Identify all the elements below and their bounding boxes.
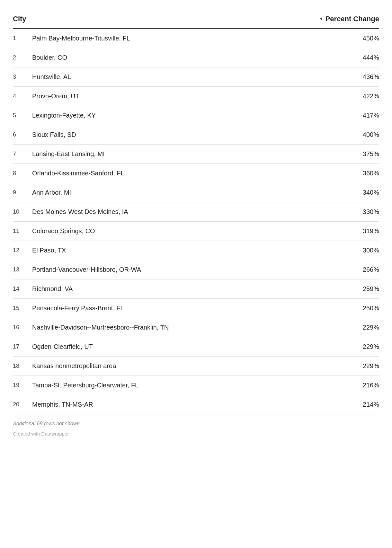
- table-header: City ▼ Percent Change: [13, 10, 379, 29]
- sort-arrow-icon: ▼: [319, 16, 324, 22]
- row-percent: 266%: [363, 266, 379, 273]
- table-row: 13Portland-Vancouver-Hillsboro, OR-WA266…: [13, 260, 379, 279]
- table-row: 19Tampa-St. Petersburg-Clearwater, FL216…: [13, 376, 379, 395]
- row-left: 3Huntsville, AL: [13, 73, 71, 81]
- table-row: 12El Paso, TX300%: [13, 241, 379, 260]
- footer-credit: Created with Datawrapper: [13, 431, 379, 437]
- row-rank: 15: [13, 305, 22, 312]
- row-rank: 18: [13, 363, 22, 369]
- row-left: 4Provo-Orem, UT: [13, 93, 79, 100]
- table-row: 4Provo-Orem, UT422%: [13, 87, 379, 106]
- row-rank: 19: [13, 382, 22, 389]
- row-city: Kansas nonmetropolitan area: [32, 362, 116, 370]
- row-left: 18Kansas nonmetropolitan area: [13, 362, 116, 370]
- row-percent: 360%: [363, 170, 379, 177]
- row-left: 6Sioux Falls, SD: [13, 131, 76, 138]
- row-percent: 436%: [363, 73, 379, 81]
- row-rank: 9: [13, 189, 22, 196]
- table-row: 14Richmond, VA259%: [13, 279, 379, 299]
- row-left: 13Portland-Vancouver-Hillsboro, OR-WA: [13, 266, 141, 273]
- row-rank: 5: [13, 112, 22, 119]
- table-row: 2Boulder, CO444%: [13, 48, 379, 67]
- table-row: 16Nashville-Davidson--Murfreesboro--Fran…: [13, 318, 379, 337]
- row-rank: 3: [13, 74, 22, 80]
- row-rank: 1: [13, 35, 22, 42]
- row-city: Richmond, VA: [32, 285, 73, 293]
- row-rank: 16: [13, 324, 22, 331]
- table-row: 3Huntsville, AL436%: [13, 67, 379, 87]
- city-column-header[interactable]: City: [13, 15, 26, 23]
- table-row: 7Lansing-East Lansing, MI375%: [13, 145, 379, 164]
- row-rank: 11: [13, 228, 22, 234]
- row-percent: 216%: [363, 382, 379, 389]
- row-city: Lexington-Fayette, KY: [32, 112, 96, 119]
- table-row: 6Sioux Falls, SD400%: [13, 125, 379, 145]
- row-percent: 250%: [363, 305, 379, 312]
- row-left: 9Ann Arbor, MI: [13, 189, 71, 196]
- row-rank: 4: [13, 93, 22, 100]
- table-row: 5Lexington-Fayette, KY417%: [13, 106, 379, 125]
- table-row: 11Colorado Springs, CO319%: [13, 222, 379, 241]
- row-percent: 229%: [363, 362, 379, 370]
- row-left: 12El Paso, TX: [13, 247, 66, 254]
- table-row: 15Pensacola-Ferry Pass-Brent, FL250%: [13, 299, 379, 318]
- table-row: 18Kansas nonmetropolitan area229%: [13, 357, 379, 376]
- row-left: 14Richmond, VA: [13, 285, 73, 293]
- row-left: 11Colorado Springs, CO: [13, 227, 95, 235]
- row-percent: 229%: [363, 324, 379, 331]
- row-percent: 400%: [363, 131, 379, 138]
- row-left: 10Des Moines-West Des Moines, IA: [13, 208, 128, 216]
- row-left: 8Orlando-Kissimmee-Sanford, FL: [13, 170, 124, 177]
- row-left: 2Boulder, CO: [13, 54, 67, 61]
- row-percent: 259%: [363, 285, 379, 293]
- row-city: Tampa-St. Petersburg-Clearwater, FL: [32, 382, 138, 389]
- row-city: Huntsville, AL: [32, 73, 71, 81]
- row-left: 1Palm Bay-Melbourne-Titusville, FL: [13, 35, 130, 42]
- table-row: 10Des Moines-West Des Moines, IA330%: [13, 202, 379, 222]
- row-city: Ogden-Clearfield, UT: [32, 343, 93, 350]
- row-city: Sioux Falls, SD: [32, 131, 76, 138]
- row-percent: 300%: [363, 247, 379, 254]
- row-rank: 8: [13, 170, 22, 177]
- row-city: Orlando-Kissimmee-Sanford, FL: [32, 170, 124, 177]
- row-city: Provo-Orem, UT: [32, 93, 79, 100]
- row-city: El Paso, TX: [32, 247, 66, 254]
- row-city: Colorado Springs, CO: [32, 227, 95, 235]
- row-percent: 330%: [363, 208, 379, 216]
- row-rank: 2: [13, 54, 22, 61]
- row-percent: 319%: [363, 227, 379, 235]
- row-percent: 375%: [363, 150, 379, 158]
- row-left: 5Lexington-Fayette, KY: [13, 112, 96, 119]
- row-percent: 229%: [363, 343, 379, 350]
- percent-label: Percent Change: [325, 15, 379, 23]
- row-rank: 14: [13, 286, 22, 292]
- row-left: 16Nashville-Davidson--Murfreesboro--Fran…: [13, 324, 169, 331]
- row-city: Palm Bay-Melbourne-Titusville, FL: [32, 35, 130, 42]
- row-percent: 340%: [363, 189, 379, 196]
- row-city: Lansing-East Lansing, MI: [32, 150, 105, 158]
- row-percent: 444%: [363, 54, 379, 61]
- row-left: 17Ogden-Clearfield, UT: [13, 343, 93, 350]
- row-left: 20Memphis, TN-MS-AR: [13, 401, 93, 408]
- percent-column-header[interactable]: ▼ Percent Change: [319, 15, 379, 23]
- row-percent: 417%: [363, 112, 379, 119]
- row-rank: 10: [13, 208, 22, 215]
- row-rank: 7: [13, 151, 22, 157]
- row-percent: 422%: [363, 93, 379, 100]
- row-left: 15Pensacola-Ferry Pass-Brent, FL: [13, 305, 124, 312]
- row-rank: 20: [13, 401, 22, 408]
- row-city: Portland-Vancouver-Hillsboro, OR-WA: [32, 266, 141, 273]
- table-row: 20Memphis, TN-MS-AR214%: [13, 395, 379, 414]
- row-percent: 450%: [363, 35, 379, 42]
- data-table: City ▼ Percent Change 1Palm Bay-Melbourn…: [13, 10, 379, 437]
- table-rows: 1Palm Bay-Melbourne-Titusville, FL450%2B…: [13, 29, 379, 414]
- row-percent: 214%: [363, 401, 379, 408]
- table-row: 1Palm Bay-Melbourne-Titusville, FL450%: [13, 29, 379, 48]
- row-city: Des Moines-West Des Moines, IA: [32, 208, 128, 216]
- row-left: 7Lansing-East Lansing, MI: [13, 150, 105, 158]
- table-row: 17Ogden-Clearfield, UT229%: [13, 337, 379, 357]
- table-row: 9Ann Arbor, MI340%: [13, 183, 379, 202]
- row-rank: 12: [13, 247, 22, 254]
- row-city: Pensacola-Ferry Pass-Brent, FL: [32, 305, 124, 312]
- table-row: 8Orlando-Kissimmee-Sanford, FL360%: [13, 164, 379, 183]
